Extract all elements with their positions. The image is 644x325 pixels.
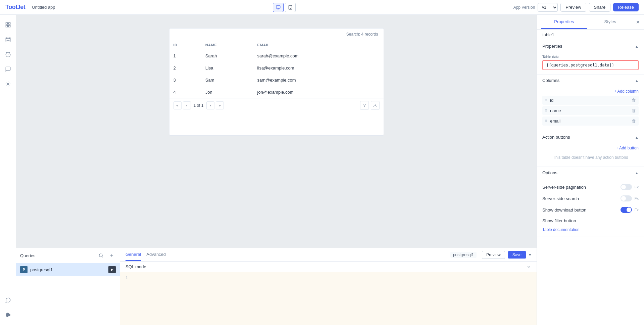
table-doc-link[interactable]: Table documentation bbox=[542, 227, 639, 232]
server-side-pagination-row: Server-side pagination Fx bbox=[542, 181, 639, 193]
query-chevron[interactable]: ▾ bbox=[529, 252, 531, 257]
tab-properties[interactable]: Properties bbox=[541, 15, 587, 29]
cell-name: Sarah bbox=[201, 50, 253, 62]
col-header-name: NAME bbox=[201, 40, 253, 50]
download-icon[interactable] bbox=[371, 101, 380, 110]
server-side-search-toggle[interactable] bbox=[621, 195, 632, 201]
columns-section-header[interactable]: Columns ▲ bbox=[537, 75, 644, 86]
server-side-pagination-toggle[interactable] bbox=[621, 184, 632, 190]
tab-styles[interactable]: Styles bbox=[587, 15, 634, 29]
show-download-toggle[interactable] bbox=[621, 207, 632, 213]
svg-rect-3 bbox=[6, 22, 7, 24]
tab-advanced[interactable]: Advanced bbox=[146, 248, 166, 261]
add-column-link[interactable]: + Add column bbox=[542, 89, 639, 94]
table-footer-right bbox=[360, 101, 380, 110]
table-row[interactable]: 1Sarahsarah@example.com bbox=[169, 50, 384, 62]
sidebar-icon-debug[interactable] bbox=[2, 48, 14, 60]
close-panel-button[interactable]: ✕ bbox=[636, 19, 640, 25]
query-list-title: Queries bbox=[20, 253, 97, 258]
action-buttons-section-title: Action buttons bbox=[542, 135, 635, 140]
sidebar-icon-theme[interactable] bbox=[2, 309, 14, 321]
logo: ToolJet bbox=[5, 4, 25, 11]
properties-section: Properties ▲ Table data bbox=[537, 40, 644, 75]
options-section-header[interactable]: Options ▲ bbox=[537, 167, 644, 179]
svg-point-8 bbox=[7, 83, 9, 85]
cell-name: Sam bbox=[201, 74, 253, 86]
query-editor: General Advanced postgresql1 Preview Sav… bbox=[120, 248, 537, 325]
line-number: 1 bbox=[126, 275, 128, 280]
column-row[interactable]: ⠿ name 🗑 bbox=[542, 106, 639, 115]
cell-id: 3 bbox=[169, 74, 201, 86]
show-download-row: Show download button Fx bbox=[542, 204, 639, 216]
cell-name: Jon bbox=[201, 86, 253, 98]
drag-handle[interactable]: ⠿ bbox=[545, 98, 547, 102]
last-page-button[interactable]: » bbox=[216, 101, 224, 109]
version-select[interactable]: v1 bbox=[538, 3, 558, 12]
first-page-button[interactable]: « bbox=[174, 101, 182, 109]
column-name: name bbox=[550, 108, 629, 113]
show-download-fx: Fx bbox=[635, 208, 639, 212]
table-row[interactable]: 4Jonjon@example.com bbox=[169, 86, 384, 98]
table-widget[interactable]: Search: 4 records ID NAME EMAIL 1Sarahsa… bbox=[169, 28, 384, 136]
right-panel: Properties Styles ✕ table1 Properties ▲ … bbox=[537, 15, 644, 325]
table-data-input[interactable] bbox=[542, 60, 639, 70]
device-switcher bbox=[59, 3, 509, 12]
header-right: App Version v1 Preview Share Release bbox=[513, 3, 639, 12]
server-side-pagination-label: Server-side pagination bbox=[542, 185, 618, 190]
drag-handle[interactable]: ⠿ bbox=[545, 119, 547, 123]
cell-id: 4 bbox=[169, 86, 201, 98]
query-name-badge: postgresql1 bbox=[450, 252, 477, 258]
run-query-button[interactable]: ▶ bbox=[108, 266, 116, 273]
main-canvas[interactable]: Search: 4 records ID NAME EMAIL 1Sarahsa… bbox=[16, 15, 537, 248]
show-filter-row: Show filter button bbox=[542, 216, 639, 226]
sidebar-icon-settings[interactable] bbox=[2, 78, 14, 90]
postgresql-icon: P bbox=[20, 266, 28, 273]
svg-point-9 bbox=[99, 254, 102, 257]
query-item[interactable]: P postgresql1 ▶ bbox=[16, 263, 120, 276]
cell-name: Lisa bbox=[201, 62, 253, 74]
columns-chevron-icon: ▲ bbox=[635, 79, 639, 83]
desktop-view-button[interactable] bbox=[273, 3, 284, 12]
preview-button[interactable]: Preview bbox=[560, 3, 586, 12]
next-page-button[interactable]: › bbox=[206, 101, 214, 109]
filter-icon[interactable] bbox=[360, 101, 369, 110]
drag-handle[interactable]: ⠿ bbox=[545, 109, 547, 112]
table-row[interactable]: 2Lisalisa@example.com bbox=[169, 62, 384, 74]
table-search-bar: Search: 4 records bbox=[169, 29, 384, 40]
column-row[interactable]: ⠿ email 🗑 bbox=[542, 117, 639, 126]
properties-section-title: Properties bbox=[542, 44, 635, 49]
delete-column-button[interactable]: 🗑 bbox=[632, 98, 636, 103]
table-row[interactable]: 3Samsam@example.com bbox=[169, 74, 384, 86]
sql-editor[interactable]: 1 bbox=[120, 272, 537, 325]
prev-page-button[interactable]: ‹ bbox=[183, 101, 191, 109]
query-preview-button[interactable]: Preview bbox=[482, 251, 505, 259]
columns-section-content: + Add column ⠿ id 🗑 ⠿ name 🗑 ⠿ email 🗑 bbox=[537, 86, 644, 131]
server-search-fx: Fx bbox=[635, 196, 639, 200]
col-header-id: ID bbox=[169, 40, 201, 50]
sidebar-icon-pages[interactable] bbox=[2, 19, 14, 31]
sidebar-icon-database[interactable] bbox=[2, 34, 14, 46]
sidebar-icon-chat[interactable] bbox=[2, 294, 14, 306]
right-panel-scroll: table1 Properties ▲ Table data Columns ▲… bbox=[537, 30, 644, 325]
delete-column-button[interactable]: 🗑 bbox=[632, 119, 636, 124]
tablet-view-button[interactable] bbox=[285, 3, 296, 12]
add-button-link[interactable]: + Add button bbox=[542, 146, 639, 150]
query-search-icon[interactable] bbox=[97, 251, 105, 260]
sql-mode-bar[interactable]: SQL mode bbox=[120, 262, 537, 272]
column-row[interactable]: ⠿ id 🗑 bbox=[542, 96, 639, 105]
query-item-name: postgresql1 bbox=[30, 267, 106, 272]
tab-general[interactable]: General bbox=[126, 248, 141, 261]
options-section: Options ▲ Server-side pagination Fx Serv… bbox=[537, 167, 644, 236]
no-buttons-message: This table doesn't have any action butto… bbox=[542, 152, 639, 162]
release-button[interactable]: Release bbox=[613, 3, 639, 11]
sql-mode-label: SQL mode bbox=[126, 264, 527, 269]
query-save-button[interactable]: Save bbox=[508, 251, 526, 259]
delete-column-button[interactable]: 🗑 bbox=[632, 108, 636, 113]
cell-id: 1 bbox=[169, 50, 201, 62]
properties-section-header[interactable]: Properties ▲ bbox=[537, 40, 644, 52]
share-button[interactable]: Share bbox=[589, 3, 611, 12]
action-buttons-section-header[interactable]: Action buttons ▲ bbox=[537, 131, 644, 143]
column-name: id bbox=[550, 98, 629, 103]
sidebar-icon-comments[interactable] bbox=[2, 63, 14, 75]
add-query-button[interactable] bbox=[108, 251, 116, 260]
